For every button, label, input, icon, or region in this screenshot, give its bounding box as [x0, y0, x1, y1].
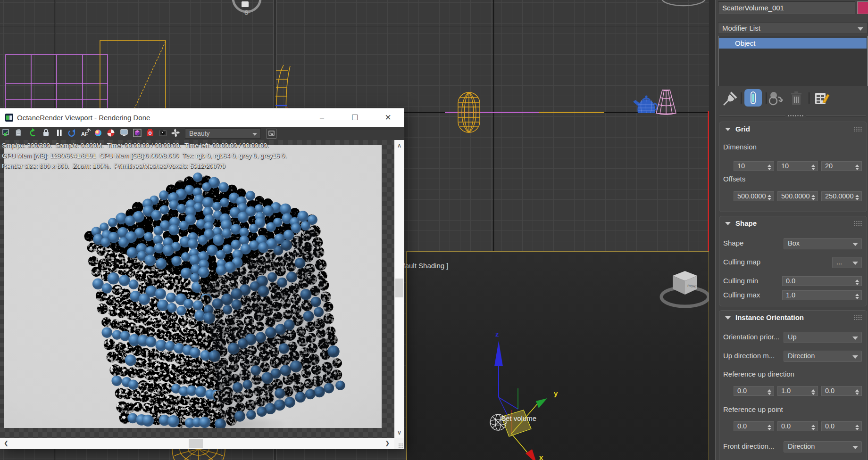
show-end-result-button[interactable]: [744, 89, 762, 107]
make-unique-button[interactable]: [768, 90, 785, 107]
rollout-shape: Shape Shape Box Culling map ... Culling …: [719, 216, 867, 306]
culling-max-spinner[interactable]: 1.0: [782, 290, 862, 300]
rollout-instance-orientation: Instance Orientation Orientation prior..…: [719, 310, 867, 460]
close-button[interactable]: ✕: [377, 108, 399, 127]
rollout-drag-handle-icon: [853, 126, 862, 132]
camera-dark-icon[interactable]: [159, 130, 167, 136]
front-direction-label: Front direction...: [723, 442, 774, 450]
culling-min-spinner[interactable]: 0.0: [782, 276, 862, 286]
up-direction-label: Up direction m...: [723, 352, 775, 360]
monitor-icon[interactable]: [121, 130, 127, 136]
ref-up-dir-x-spinner[interactable]: 0.0: [734, 386, 774, 396]
panel-splitter-handle[interactable]: [787, 115, 804, 117]
refresh-green-icon[interactable]: [31, 128, 35, 136]
rollout-collapse-arrow[interactable]: [725, 222, 731, 228]
window-title: OctaneRender Viewport - Rendering Done: [17, 108, 150, 127]
ref-up-point-x-spinner[interactable]: 0.0: [734, 421, 774, 431]
scroll-right-arrow[interactable]: ❯: [384, 440, 391, 446]
reference-up-direction-label: Reference up direction: [723, 370, 794, 378]
pick-focus-button[interactable]: [267, 129, 276, 139]
object-color-swatch[interactable]: [857, 1, 868, 14]
offset-y-spinner[interactable]: 500.0000: [777, 191, 818, 201]
offset-z-spinner[interactable]: 250.0000: [821, 191, 862, 201]
octane-toolbar: AF: [0, 127, 404, 140]
vertical-scroll-thumb[interactable]: [395, 279, 403, 297]
rollout-grid: Grid Dimension 10 10 20 Offsets 500.0000…: [719, 122, 867, 212]
minimize-button[interactable]: –: [311, 108, 333, 127]
rollout-collapse-arrow[interactable]: [725, 316, 731, 322]
front-direction-dropdown[interactable]: Direction: [784, 441, 862, 452]
rollout-drag-handle-icon: [853, 315, 862, 321]
turbine-icon[interactable]: [171, 129, 180, 137]
dimension-x-spinner[interactable]: 10: [734, 161, 774, 171]
rendered-image: [4, 145, 382, 428]
configure-modifier-sets-button[interactable]: [814, 90, 830, 107]
horizontal-scroll-thumb[interactable]: [189, 439, 203, 448]
culling-max-label: Culling max: [723, 291, 760, 299]
shape-dropdown[interactable]: Box: [784, 238, 862, 249]
scroll-up-arrow[interactable]: ∧: [394, 142, 404, 149]
modifier-stack[interactable]: Object: [718, 36, 868, 86]
resize-corner[interactable]: [394, 438, 404, 449]
lock-icon[interactable]: [43, 130, 49, 136]
rollout-title[interactable]: Grid: [735, 125, 750, 133]
orientation-priority-label: Orientation prior...: [723, 333, 779, 341]
panel-gap: [709, 0, 715, 460]
horizontal-scrollbar[interactable]: ❮ ❯: [0, 438, 394, 449]
stack-item-object[interactable]: Object: [719, 38, 867, 49]
command-panel: ScatterVolume_001 Modifier List Object: [715, 0, 868, 460]
maximize-button[interactable]: ☐: [344, 108, 366, 127]
object-name-field[interactable]: ScatterVolume_001: [718, 1, 855, 14]
rollout-title[interactable]: Instance Orientation: [735, 313, 804, 321]
rollout-title[interactable]: Shape: [735, 219, 757, 227]
octane-app-icon: [5, 114, 13, 122]
render-pass-dropdown[interactable]: Beauty: [185, 128, 261, 139]
pause-icon[interactable]: [57, 130, 62, 136]
shape-label: Shape: [723, 239, 743, 247]
culling-map-label: Culling map: [723, 258, 760, 266]
rollout-drag-handle-icon: [853, 221, 862, 227]
dimension-z-spinner[interactable]: 20: [821, 161, 862, 171]
offsets-label: Offsets: [723, 175, 745, 183]
orientation-priority-dropdown[interactable]: Up: [784, 332, 862, 343]
render-stats-text: Smp/px: 300/300. Samp/s: 0.000M. Time: 0…: [2, 140, 287, 172]
dimension-y-spinner[interactable]: 10: [777, 161, 818, 171]
ref-up-dir-y-spinner[interactable]: 1.0: [777, 386, 818, 396]
restart-blue-icon[interactable]: [69, 129, 75, 136]
scroll-left-arrow[interactable]: ❮: [3, 440, 9, 446]
chevron-down-icon: [252, 133, 257, 138]
render-client-area[interactable]: Smp/px: 300/300. Samp/s: 0.000M. Time: 0…: [0, 140, 394, 438]
culling-min-label: Culling min: [723, 277, 758, 285]
remove-modifier-button[interactable]: [789, 90, 803, 107]
region-cube-icon[interactable]: [134, 129, 141, 137]
resize-grip-icon: [398, 443, 403, 448]
octane-render-window[interactable]: OctaneRender Viewport - Rendering Done –…: [0, 108, 404, 449]
culling-map-dropdown[interactable]: ...: [832, 257, 862, 268]
render-priority-icon[interactable]: [108, 130, 115, 137]
clipboard-copy-icon[interactable]: [16, 129, 21, 136]
reference-up-point-label: Reference up point: [723, 405, 783, 413]
camera-red-icon[interactable]: [147, 129, 153, 136]
pin-stack-button[interactable]: [721, 90, 739, 107]
ref-up-dir-z-spinner[interactable]: 0.0: [821, 386, 862, 396]
chevron-down-icon: [858, 27, 863, 33]
svg-text:AF: AF: [81, 131, 88, 137]
offset-x-spinner[interactable]: 500.0000: [734, 191, 774, 201]
vertical-scrollbar[interactable]: ∧ ∨: [394, 140, 404, 438]
export-image-icon[interactable]: [3, 130, 8, 135]
autofocus-icon[interactable]: AF: [81, 129, 91, 137]
screenshot-root: [ Default Shading ]: [0, 0, 868, 460]
color-ball-icon[interactable]: [95, 130, 101, 136]
dimension-label: Dimension: [723, 143, 757, 151]
ref-up-point-z-spinner[interactable]: 0.0: [821, 421, 862, 431]
rollout-collapse-arrow[interactable]: [725, 128, 731, 134]
scroll-down-arrow[interactable]: ∨: [394, 429, 404, 436]
up-direction-dropdown[interactable]: Direction: [784, 351, 862, 362]
modifier-list-dropdown[interactable]: Modifier List: [718, 22, 868, 34]
ref-up-point-y-spinner[interactable]: 0.0: [777, 421, 818, 431]
window-titlebar[interactable]: OctaneRender Viewport - Rendering Done –…: [0, 108, 404, 127]
perspective-viewport[interactable]: [ Default Shading ]: [406, 251, 709, 460]
